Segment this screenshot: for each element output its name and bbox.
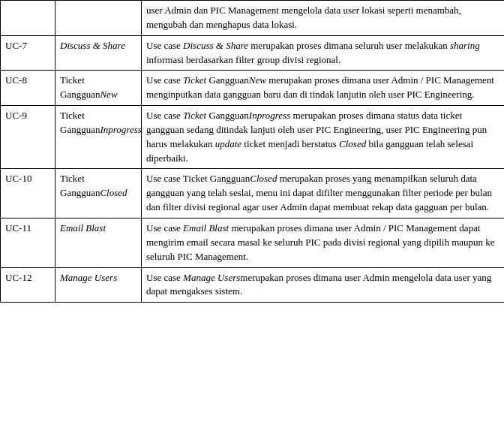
desc-cell: Use case Manage Usersmerupakan proses di…	[142, 267, 505, 303]
name-cell: Ticket GangguanClosed	[56, 169, 142, 219]
uc-cell	[1, 1, 56, 36]
table-row: UC-8Ticket GangguanNewUse case Ticket Ga…	[1, 71, 505, 106]
name-cell: Email Blast	[56, 218, 142, 267]
name-cell: Ticket GangguanInprogress	[56, 106, 142, 169]
main-table-container: user Admin dan PIC Management mengelola …	[0, 0, 504, 303]
desc-cell: Use case Ticket GangguanClosed merupakan…	[142, 169, 505, 219]
uc-cell: UC-12	[1, 267, 56, 303]
name-cell: Manage Users	[56, 267, 142, 303]
table-row: UC-9Ticket GangguanInprogressUse case Ti…	[1, 106, 505, 169]
desc-cell: Use case Ticket GangguanNew merupakan pr…	[142, 71, 505, 106]
name-cell	[56, 1, 142, 36]
uc-cell: UC-10	[1, 169, 56, 219]
uc-cell: UC-11	[1, 218, 56, 267]
name-cell: Ticket GangguanNew	[56, 71, 142, 106]
table-row: UC-10Ticket GangguanClosedUse case Ticke…	[1, 169, 505, 219]
desc-cell: user Admin dan PIC Management mengelola …	[142, 1, 505, 36]
use-case-table: user Admin dan PIC Management mengelola …	[0, 0, 504, 303]
table-row: user Admin dan PIC Management mengelola …	[1, 1, 505, 36]
desc-cell: Use case Discuss & Share merupakan prose…	[142, 35, 505, 71]
desc-cell: Use case Email Blast merupakan proses di…	[142, 218, 505, 267]
table-row: UC-12Manage UsersUse case Manage Usersme…	[1, 267, 505, 303]
uc-cell: UC-9	[1, 106, 56, 169]
desc-cell: Use case Ticket GangguanInprogress merup…	[142, 106, 505, 169]
uc-cell: UC-8	[1, 71, 56, 106]
uc-cell: UC-7	[1, 35, 56, 71]
table-row: UC-11Email BlastUse case Email Blast mer…	[1, 218, 505, 267]
table-row: UC-7Discuss & ShareUse case Discuss & Sh…	[1, 35, 505, 71]
name-cell: Discuss & Share	[56, 35, 142, 71]
